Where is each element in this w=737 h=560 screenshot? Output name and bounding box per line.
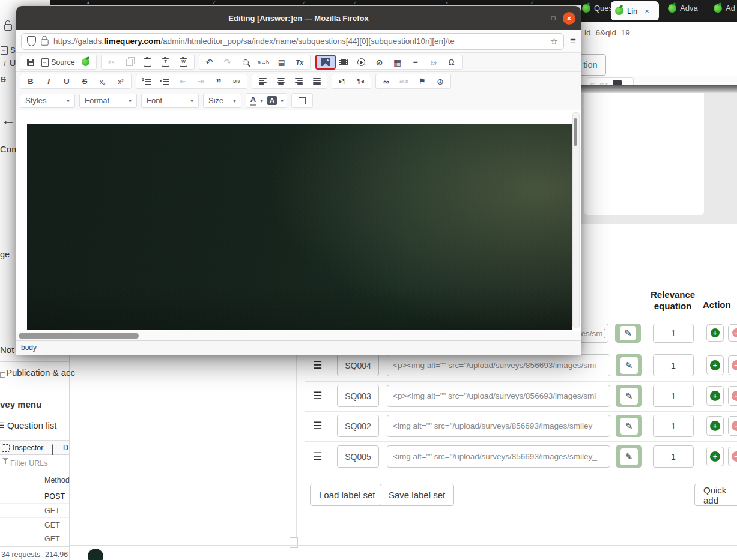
devtools-tab-fragment[interactable]: D <box>63 444 68 452</box>
text-direction-rtl-button[interactable]: ¶◂ <box>351 75 369 88</box>
add-row-button[interactable]: + <box>706 447 724 466</box>
sidebar-item-publication[interactable]: Publication & acc <box>6 367 75 378</box>
bookmark-star-icon[interactable]: ☆ <box>550 36 558 47</box>
insert-table-button[interactable]: ▦ <box>389 56 407 68</box>
tab-advanced[interactable]: Adva <box>668 4 698 13</box>
replace-button[interactable]: a↔b <box>255 56 273 68</box>
menu-icon[interactable]: ≡ <box>570 35 576 47</box>
vertical-scrollbar[interactable] <box>572 112 580 328</box>
add-row-button[interactable]: + <box>706 355 724 375</box>
drag-handle-icon[interactable]: ☰ <box>313 359 322 372</box>
insert-embed-button[interactable]: ⊘ <box>371 56 389 68</box>
limesurvey-plugin-button[interactable] <box>77 56 95 68</box>
superscript-button[interactable]: x² <box>112 75 130 88</box>
subquestion-text-input[interactable]: <p><img alt="" src="/upload/surveys/8566… <box>387 354 610 376</box>
subquestion-code-input[interactable]: SQ002 <box>337 415 379 437</box>
tab-questions[interactable]: Ques <box>582 4 613 13</box>
background-color-button[interactable]: A▾ <box>265 94 285 107</box>
close-button[interactable]: × <box>563 12 575 25</box>
minimize-button[interactable]: – <box>529 6 544 30</box>
remove-row-button[interactable]: − <box>728 386 737 406</box>
subquestion-code-input[interactable]: SQ003 <box>337 385 379 407</box>
load-label-set-button[interactable]: Load label set <box>310 484 384 506</box>
align-left-button[interactable] <box>253 75 271 88</box>
justify-button[interactable] <box>308 75 326 88</box>
font-dropdown[interactable]: Font▾ <box>141 94 199 108</box>
bold-button[interactable]: B <box>22 75 40 88</box>
paste-word-button[interactable] <box>175 56 193 68</box>
add-row-button[interactable]: + <box>706 324 724 342</box>
request-method[interactable]: GET <box>44 507 60 515</box>
shield-icon[interactable] <box>27 36 36 46</box>
subquestion-text-input[interactable]: <img alt="" src="/upload/surveys/856693/… <box>387 415 610 437</box>
inserted-image[interactable] <box>27 124 572 330</box>
div-container-button[interactable]: DIV <box>228 75 246 88</box>
floating-button[interactable] <box>88 549 103 560</box>
remove-row-button[interactable]: − <box>728 324 737 342</box>
request-method[interactable]: POST <box>44 492 65 501</box>
window-titlebar[interactable]: Editing [Answer:]en — Mozilla Firefox – … <box>16 6 581 30</box>
drag-handle-icon[interactable]: ☰ <box>313 390 322 402</box>
remove-row-button[interactable]: − <box>728 447 737 466</box>
background-editor-content[interactable] <box>584 93 704 215</box>
insert-image-button[interactable] <box>317 56 335 68</box>
relevance-input[interactable]: 1 <box>653 324 694 343</box>
strike-button-fragment[interactable]: S <box>1 75 6 84</box>
italic-button[interactable]: I <box>40 75 58 88</box>
drag-handle-icon[interactable]: ☰ <box>313 420 322 432</box>
maximize-button[interactable]: □ <box>546 6 560 30</box>
relevance-input[interactable]: 1 <box>653 445 694 468</box>
add-row-button[interactable]: + <box>706 386 724 406</box>
link-button[interactable]: ∞ <box>377 75 395 88</box>
redo-button[interactable]: ↷ <box>219 56 237 68</box>
add-row-button[interactable]: + <box>706 416 724 436</box>
edit-subquestion-button[interactable]: ✎ <box>616 354 642 376</box>
edit-subquestion-button[interactable]: ✎ <box>616 385 642 407</box>
relevance-input[interactable]: 1 <box>653 385 694 407</box>
styles-dropdown[interactable]: Styles▾ <box>20 94 75 108</box>
underline-button-fragment[interactable]: U <box>10 58 16 68</box>
relevance-input[interactable]: 1 <box>653 354 694 376</box>
horizontal-scrollbar[interactable] <box>16 331 581 340</box>
align-right-button[interactable] <box>290 75 308 88</box>
language-button[interactable]: ⊕ <box>431 75 449 88</box>
select-all-button[interactable]: ▤ <box>273 56 291 68</box>
anchor-button[interactable]: ⚑ <box>413 75 431 88</box>
subquestion-text-input[interactable]: <img alt="" src="/upload/surveys/856693/… <box>387 445 610 468</box>
undo-button[interactable]: ↶ <box>201 56 219 68</box>
edit-subquestion-button[interactable]: ✎ <box>616 445 642 468</box>
devtools-tab-inspector[interactable]: Inspector <box>13 444 43 452</box>
sidebar-item-question-list[interactable]: Question list <box>7 420 57 430</box>
text-color-button[interactable]: A▾ <box>247 94 265 107</box>
request-method[interactable]: GET <box>44 521 60 529</box>
element-path-bar[interactable]: body <box>16 340 581 355</box>
blockquote-button[interactable]: ” <box>210 73 228 90</box>
italic-button-fragment[interactable]: I <box>4 59 6 68</box>
insert-hr-button[interactable]: ≡ <box>407 56 425 68</box>
remove-row-button[interactable]: − <box>728 416 737 436</box>
filter-urls-input[interactable]: Filter URLs <box>10 459 48 468</box>
save-label-set-button[interactable]: Save label set <box>380 484 454 506</box>
method-column-header[interactable]: Method <box>44 476 70 484</box>
subquestion-code-input[interactable]: SQ005 <box>337 445 379 468</box>
unlink-button[interactable]: ∞× <box>395 75 413 88</box>
scrollbar-thumb[interactable] <box>574 118 577 146</box>
format-dropdown[interactable]: Format▾ <box>79 94 137 108</box>
special-char-button[interactable]: Ω <box>443 56 461 68</box>
subquestion-code-input[interactable]: SQ004 <box>337 354 379 376</box>
remove-row-button[interactable]: − <box>728 355 737 375</box>
drag-handle-icon[interactable]: ☰ <box>313 450 322 463</box>
numbered-list-button[interactable] <box>138 75 156 88</box>
find-button[interactable] <box>237 56 255 68</box>
edit-subquestion-button[interactable]: ✎ <box>615 324 641 343</box>
insert-flash-button[interactable] <box>335 56 353 68</box>
insert-smiley-button[interactable]: ☺ <box>425 56 443 68</box>
strikethrough-button[interactable]: S <box>76 75 94 88</box>
scrollbar-thumb[interactable] <box>19 333 139 339</box>
underline-button[interactable]: U <box>58 75 76 88</box>
background-url-bar[interactable]: id=6&qid=19 <box>581 22 737 43</box>
maximize-editor-button[interactable] <box>293 94 311 107</box>
source-button[interactable]: Source <box>40 56 77 68</box>
subquestion-text-input[interactable]: <p><img alt="" src="/upload/surveys/8566… <box>387 385 610 407</box>
tab-active[interactable]: Lin × <box>611 1 659 20</box>
